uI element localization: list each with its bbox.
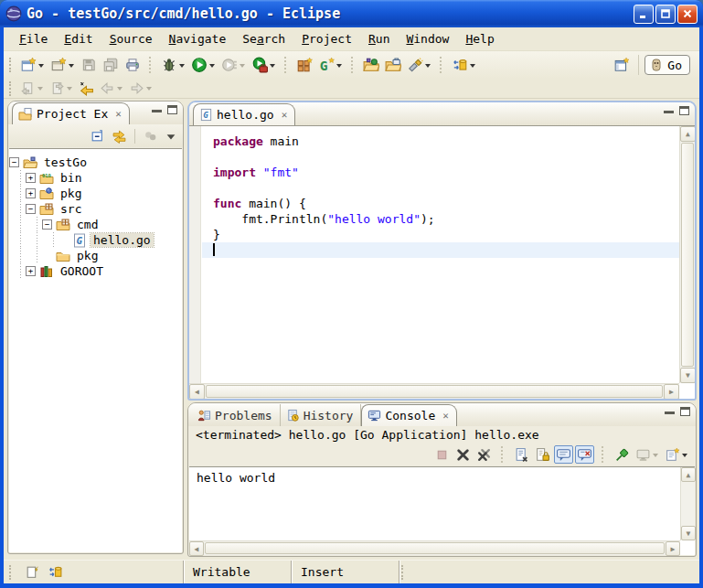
editor-vertical-scrollbar[interactable]: ▲ ▼ [679,126,695,383]
scroll-left-icon[interactable]: ◀ [189,384,205,400]
debug-dropdown[interactable] [179,64,185,70]
switch-workspace-dropdown[interactable] [470,64,475,70]
console-horizontal-scrollbar[interactable]: ◀ ▶ [189,540,680,555]
editor-tab-close-icon[interactable]: ✕ [282,110,288,120]
previous-annotation-dropdown[interactable] [67,87,72,93]
go-perspective-button[interactable]: Go [644,55,690,75]
editor-gutter[interactable] [189,126,201,383]
new-wizard-dropdown[interactable] [38,64,44,70]
code-line[interactable]: fmt.Println("hello world"); [202,211,679,227]
project-explorer-tab[interactable]: Project Ex ✕ [12,102,130,124]
scroll-right-icon[interactable]: ▶ [666,541,680,556]
tree-item-pkg[interactable]: +pkg [9,186,182,201]
new-element-dropdown[interactable] [69,64,74,70]
scroll-up-icon[interactable]: ▲ [681,467,696,482]
menu-source[interactable]: Source [101,29,161,48]
toolbar-drag-handle[interactable] [9,58,13,72]
scroll-lock-button[interactable] [533,445,552,464]
status-drag-handle[interactable] [9,565,13,580]
menu-run[interactable]: Run [360,29,398,48]
next-annotation-dropdown[interactable] [37,87,43,93]
pin-console-button[interactable] [612,445,632,464]
open-perspective-button[interactable] [611,54,633,76]
open-go-type-button[interactable] [360,54,382,76]
back-dropdown[interactable] [117,87,122,93]
open-console-dropdown[interactable] [682,454,687,460]
maximize-view-icon[interactable] [167,105,177,114]
tree-item-bin[interactable]: +010bin [9,170,182,186]
tab-console[interactable]: Console ✕ [361,404,456,426]
console-vertical-scrollbar[interactable]: ▲ ▼ [680,467,695,540]
code-line[interactable] [202,180,679,196]
maximize-console-icon[interactable] [680,407,690,416]
view-menu-button[interactable] [163,127,179,145]
tab-problems[interactable]: Problems [192,404,281,426]
editor-horizontal-scrollbar[interactable]: ◀ ▶ [189,383,679,399]
show-stdout-button[interactable] [554,445,573,464]
fast-view-icon[interactable] [25,564,40,580]
title-bar[interactable]: Go - testGo/src/cmd/hello.go - Eclipse [0,0,703,27]
debug-button[interactable] [158,54,188,76]
forward-dropdown[interactable] [146,87,152,93]
scroll-down-icon[interactable]: ▼ [680,368,696,383]
external-tools-button[interactable] [249,54,279,76]
code-line[interactable]: import "fmt" [202,165,679,180]
scroll-up-icon[interactable]: ▲ [680,126,696,142]
forward-button[interactable] [126,78,155,100]
scroll-right-icon[interactable]: ▶ [664,384,679,400]
editor-vscroll-thumb[interactable] [681,143,694,367]
tree-expander-minus-icon[interactable]: − [42,219,52,230]
tree-item-testgo[interactable]: −testGo [9,155,182,170]
console-hscroll-thumb[interactable] [205,542,665,554]
tree-item-cmd[interactable]: −cmd [9,217,182,232]
code-line-current[interactable] [202,242,679,258]
new-go-element-button[interactable]: G [315,54,346,76]
menu-help[interactable]: Help [457,29,502,48]
display-selected-console-button[interactable] [634,445,661,464]
menu-window[interactable]: Window [398,29,457,48]
menu-search[interactable]: Search [234,29,293,48]
profile-dropdown[interactable] [240,64,245,70]
tree-item-pkg[interactable]: pkg [9,248,182,263]
tree-item-hello-go[interactable]: Ghello.go [9,232,182,248]
external-tools-dropdown[interactable] [270,64,275,70]
run-button[interactable] [188,54,218,76]
tree-expander-plus-icon[interactable]: + [26,173,36,183]
run-dropdown[interactable] [209,64,215,70]
minimize-view-icon[interactable] [152,108,162,112]
tree-item-goroot[interactable]: +GOROOT [9,263,182,279]
console-tab-close-icon[interactable]: ✕ [442,411,449,421]
menu-project[interactable]: Project [293,29,360,48]
switch-workspace-tray-icon[interactable] [48,564,63,580]
project-explorer-close-icon[interactable]: ✕ [115,109,122,119]
previous-annotation-button[interactable] [47,78,76,100]
open-resource-button[interactable] [382,54,404,76]
clear-console-button[interactable] [512,445,531,464]
link-with-editor-button[interactable] [110,127,129,145]
profile-button[interactable] [218,54,249,76]
menu-navigate[interactable]: Navigate [161,29,235,48]
new-go-element-dropdown[interactable] [336,64,342,70]
tree-item-src[interactable]: −src [9,201,182,217]
code-line[interactable] [202,149,679,165]
save-all-button[interactable] [100,54,122,76]
console-output-text[interactable]: hello world [189,467,680,540]
menu-edit[interactable]: Edit [56,29,101,48]
code-line[interactable]: } [202,227,679,242]
switch-workspace-button[interactable] [449,54,479,76]
remove-all-terminated-button[interactable] [474,445,494,464]
new-package-button[interactable] [293,54,315,76]
tree-expander-minus-icon[interactable]: − [26,204,36,214]
open-console-button[interactable] [663,445,690,464]
search-dropdown[interactable] [425,64,431,70]
minimize-console-icon[interactable] [665,410,675,414]
new-element-button[interactable] [48,54,78,76]
print-button[interactable] [122,54,144,76]
code-line[interactable]: func main() { [202,196,679,211]
maximize-button[interactable] [655,5,676,24]
minimize-button[interactable] [634,5,654,24]
tab-history[interactable]: History [281,404,362,426]
show-stderr-button[interactable] [575,445,594,464]
menu-file[interactable]: File [11,29,56,48]
toolbar-drag-handle[interactable] [9,81,13,96]
